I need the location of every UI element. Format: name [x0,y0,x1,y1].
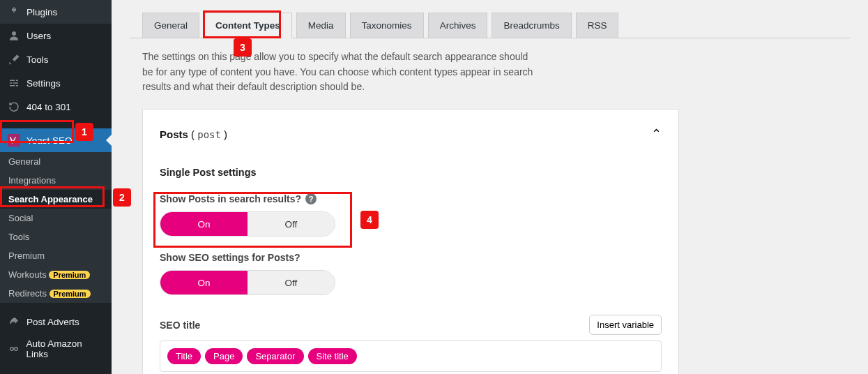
submenu-tools[interactable]: Tools [0,227,112,246]
premium-badge: Premium [50,290,91,298]
toggle-on[interactable]: On [160,212,248,236]
yoast-icon [7,133,21,147]
panel-title: Posts ( post ) [160,128,227,140]
variable-pill-title[interactable]: Title [167,348,201,364]
toggle-show-seo-settings[interactable]: On Off [160,270,335,295]
sidebar-item-label: Settings [26,78,61,89]
user-icon [7,29,21,43]
sidebar-item-post-adverts[interactable]: Post Adverts [0,310,112,334]
submenu-integrations[interactable]: Integrations [0,171,112,190]
tab-breadcrumbs[interactable]: Breadcrumbs [492,13,571,38]
insert-variable-button[interactable]: Insert variable [589,315,662,335]
sidebar-item-label: Post Adverts [26,317,79,327]
sidebar-item-404to301[interactable]: 404 to 301 [0,95,112,119]
annotation-number-1: 1 [75,123,93,141]
sidebar-item-plugins[interactable]: Plugins [0,0,112,24]
tab-taxonomies[interactable]: Taxonomies [350,13,424,38]
tab-media[interactable]: Media [296,13,346,38]
annotation-number-3: 3 [234,38,252,57]
chevron-up-icon[interactable]: ⌃ [651,126,662,142]
section-title-single-post: Single Post settings [160,167,662,178]
variable-pill-site-title[interactable]: Site title [308,348,357,364]
main-content: 2 General Content Types Media Taxonomies… [112,0,868,374]
submenu-workouts[interactable]: Workouts Premium [0,265,112,284]
sidebar-item-label: Redirects [8,288,47,299]
wrench-icon [7,52,21,66]
toggle-off[interactable]: Off [248,212,335,236]
toggle-show-in-search[interactable]: On Off [160,211,335,237]
svg-point-0 [12,31,16,36]
sidebar-item-label: Workouts [8,269,47,280]
sidebar-item-label: Auto Amazon Links [26,338,105,359]
sidebar-item-users[interactable]: Users [0,24,112,47]
post-type-label: Posts [160,128,188,140]
sidebar-item-label: 404 to 301 [26,102,71,112]
toggle-on[interactable]: On [160,271,248,294]
label-show-seo-settings: Show SEO settings for Posts? [160,252,662,263]
variable-pill-page[interactable]: Page [205,348,243,364]
sidebar-item-auto-amazon-links[interactable]: Auto Amazon Links [0,334,112,364]
amazon-icon [7,342,20,356]
help-icon[interactable]: ? [305,193,317,204]
admin-sidebar: Plugins Users Tools Settings 404 to 301 … [0,0,112,374]
field-text: Show Posts in search results? [160,193,301,204]
tab-general[interactable]: General [142,13,199,38]
toggle-off[interactable]: Off [248,271,335,294]
svg-point-3 [14,347,17,351]
post-type-panel: Posts ( post ) ⌃ Single Post settings Sh… [142,109,679,374]
plugin-icon [7,5,21,19]
premium-badge: Premium [49,271,90,279]
submenu-premium[interactable]: Premium [0,246,112,265]
svg-point-2 [10,347,13,351]
variable-pill-separator[interactable]: Separator [247,348,303,364]
sliders-icon [7,76,21,90]
sidebar-item-label: Tools [26,54,49,65]
sidebar-submenu: General Integrations Search Appearance S… [0,152,112,303]
submenu-general[interactable]: General [0,152,112,171]
tab-rss[interactable]: RSS [576,13,619,38]
seo-title-input[interactable]: Title Page Separator Site title [160,341,662,372]
submenu-redirects[interactable]: Redirects Premium [0,284,112,303]
sidebar-item-settings[interactable]: Settings [0,71,112,95]
sidebar-item-label: Plugins [26,7,57,17]
submenu-social[interactable]: Social [0,209,112,227]
submenu-search-appearance[interactable]: Search Appearance [0,190,112,209]
share-icon [7,315,21,329]
tab-archives[interactable]: Archives [428,13,488,38]
label-show-in-search: Show Posts in search results? ? [160,193,662,204]
post-type-slug: post [197,129,221,140]
redirect-icon [7,100,21,114]
sidebar-item-label: Users [26,31,51,41]
label-seo-title: SEO title [160,320,200,331]
tab-content-types[interactable]: Content Types [204,13,292,38]
sidebar-item-tools[interactable]: Tools [0,47,112,71]
panel-header[interactable]: Posts ( post ) ⌃ [160,126,662,142]
intro-text: The settings on this page allow you to s… [124,38,556,106]
sidebar-item-yoast-seo[interactable]: Yoast SEO [0,128,112,152]
annotation-number-2: 2 [113,188,131,207]
field-text: Show SEO settings for Posts? [160,252,300,263]
sidebar-item-label: Yoast SEO [26,135,73,146]
annotation-number-4: 4 [360,211,379,229]
tabs-row: General Content Types Media Taxonomies A… [130,0,850,38]
